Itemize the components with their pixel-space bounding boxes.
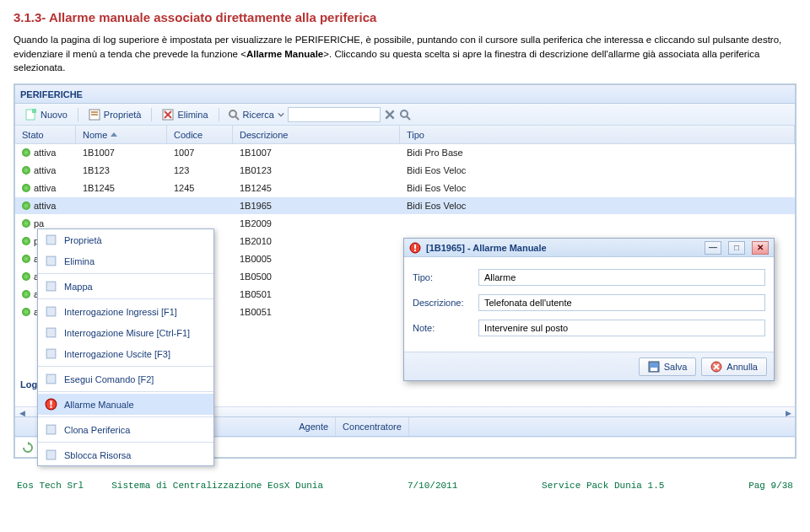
delete-icon [162, 109, 174, 121]
section-title: 3.1.3- Allarme manuale associato diretta… [14, 10, 796, 24]
menu-item[interactable]: Interrogazione Misure [Ctrl-F1] [38, 322, 213, 343]
menu-label: Elimina [64, 256, 94, 266]
tipo-label: Tipo: [413, 272, 478, 282]
stato-value: attiva [34, 165, 56, 175]
salva-button[interactable]: Salva [639, 357, 697, 376]
svg-rect-19 [46, 349, 56, 358]
chevron-down-icon[interactable] [278, 111, 284, 118]
status-dot-icon [22, 166, 30, 175]
sort-asc-icon [111, 132, 117, 137]
nome-value: 1B1007 [76, 148, 167, 158]
menu-item[interactable]: Esegui Comando [F2] [38, 368, 213, 390]
menu-label: Allarme Manuale [64, 400, 134, 410]
nome-value: 1B1245 [76, 183, 167, 193]
menu-item[interactable]: Allarme Manuale [38, 394, 213, 415]
maximize-button[interactable]: □ [728, 241, 745, 255]
tipo-input[interactable] [478, 269, 765, 286]
save-icon [648, 361, 660, 373]
proprieta-label: Proprietà [104, 110, 142, 120]
menu-label: Interrogazione Ingressi [F1] [64, 307, 177, 317]
close-button[interactable]: ✕ [752, 241, 769, 255]
menu-separator [38, 416, 213, 417]
dialog-titlebar[interactable]: [1B1965] - Allarme Manuale — □ ✕ [404, 239, 774, 257]
menu-item[interactable]: Clona Periferica [38, 419, 213, 440]
menu-item[interactable]: Mappa [38, 276, 213, 297]
status-dot-icon [22, 219, 30, 228]
panel-header: PERIFERICHE [15, 85, 795, 104]
svg-rect-15 [46, 256, 56, 266]
svg-rect-16 [46, 282, 56, 291]
codice-value: 1245 [167, 183, 233, 193]
elimina-button[interactable]: Elimina [157, 107, 213, 122]
descr-value: 1B1965 [233, 201, 400, 211]
menu-item[interactable]: Elimina [38, 250, 213, 271]
status-dot-icon [22, 237, 30, 245]
descr-value: 1B1245 [233, 183, 400, 193]
table-row[interactable]: attiva1B100710071B1007Bidi Pro Base [15, 144, 795, 162]
allarme-manuale-dialog: [1B1965] - Allarme Manuale — □ ✕ Tipo: D… [403, 238, 775, 381]
status-dot-icon [22, 272, 30, 281]
status-dot-icon [22, 308, 30, 316]
col-tipo[interactable]: Tipo [400, 126, 795, 143]
menu-item[interactable]: Proprietà [38, 229, 213, 250]
svg-rect-24 [46, 425, 56, 434]
col-agente: Agente [292, 417, 336, 436]
footer-mid: 7/10/2011 [408, 481, 457, 491]
search-icon [228, 109, 240, 121]
descr-value: 1B0005 [233, 254, 400, 264]
note-label: Note: [413, 323, 478, 333]
col-nome-label: Nome [83, 130, 107, 140]
menu-item[interactable]: Interrogazione Ingressi [F1] [38, 301, 213, 322]
svg-rect-4 [91, 114, 98, 116]
menu-icon [45, 255, 57, 267]
search-go-icon[interactable] [399, 109, 411, 121]
menu-separator [38, 391, 213, 392]
clear-icon[interactable] [384, 109, 396, 121]
svg-rect-27 [414, 245, 416, 249]
descr-value: 1B0500 [233, 271, 400, 282]
svg-rect-30 [651, 368, 657, 371]
note-input[interactable] [478, 320, 765, 336]
col-stato[interactable]: Stato [15, 126, 76, 143]
refresh-icon[interactable] [22, 442, 34, 454]
menu-separator [38, 298, 213, 299]
stato-value: attiva [34, 148, 56, 158]
col-descrizione[interactable]: Descrizione [233, 126, 400, 143]
menu-item[interactable]: Sblocca Risorsa [38, 444, 213, 465]
search-input[interactable] [288, 107, 381, 122]
page-footer: Eos Tech Srl Sistema di Centralizzazione… [14, 481, 796, 491]
minimize-button[interactable]: — [705, 241, 721, 255]
status-dot-icon [22, 184, 30, 192]
codice-value: 1007 [167, 148, 233, 158]
col-codice[interactable]: Codice [167, 126, 233, 143]
app-screenshot: PERIFERICHE Nuovo Proprietà Elimina Rice… [14, 83, 796, 459]
menu-item[interactable]: Interrogazione Uscite [F3] [38, 343, 213, 364]
col-nome[interactable]: Nome [76, 126, 167, 143]
dialog-footer: Salva Annulla [404, 352, 774, 380]
menu-label: Mappa [64, 282, 93, 292]
tipo-value: Bidi Pro Base [400, 148, 795, 158]
nuovo-button[interactable]: Nuovo [20, 107, 73, 122]
menu-icon [45, 234, 57, 246]
proprieta-button[interactable]: Proprietà [84, 107, 147, 122]
footer-right1: Service Pack Dunia 1.5 [542, 481, 664, 491]
alert-icon [45, 398, 57, 411]
toolbar-sep [151, 108, 152, 121]
menu-separator [38, 273, 213, 274]
table-row[interactable]: attiva1B124512451B1245Bidi Eos Veloc [15, 180, 795, 197]
annulla-button[interactable]: Annulla [701, 357, 767, 376]
descr-input[interactable] [478, 294, 765, 311]
tipo-value: Bidi Eos Veloc [400, 165, 795, 175]
menu-label: Esegui Comando [F2] [64, 374, 154, 384]
table-row[interactable]: attiva1B1965Bidi Eos Veloc [15, 197, 795, 215]
menu-label: Interrogazione Misure [Ctrl-F1] [64, 328, 190, 338]
context-menu: ProprietàEliminaMappaInterrogazione Ingr… [37, 228, 214, 466]
new-icon [25, 109, 37, 121]
menu-icon [45, 280, 57, 293]
panel-title: PERIFERICHE [20, 89, 83, 99]
descr-value: 1B2009 [233, 218, 400, 228]
table-row[interactable]: attiva1B1231231B0123Bidi Eos Veloc [15, 162, 795, 180]
descr-label: Descrizione: [413, 298, 478, 308]
status-dot-icon [22, 202, 30, 210]
menu-label: Interrogazione Uscite [F3] [64, 349, 170, 359]
